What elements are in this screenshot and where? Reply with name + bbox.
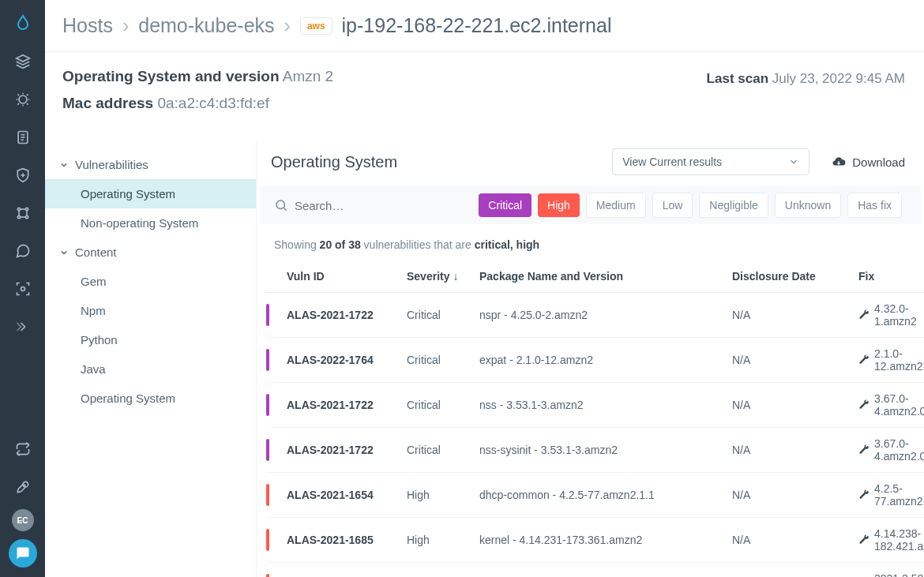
chat-button[interactable]: [9, 539, 37, 568]
chevron-down-icon: [788, 156, 799, 167]
col-vuln-id[interactable]: Vuln ID: [280, 270, 399, 283]
chevron-down-icon: [59, 248, 69, 257]
filter-chip-hasfix[interactable]: Has fix: [847, 193, 902, 218]
wrench-icon: [858, 309, 870, 320]
svg-point-11: [25, 215, 28, 218]
col-fix[interactable]: Fix: [858, 270, 924, 283]
main-area: Hosts › demo-kube-eks › aws ip-192-168-2…: [45, 0, 924, 577]
vuln-table: Vuln ID Severity ↓ Package Name and Vers…: [257, 259, 924, 577]
svg-point-10: [17, 215, 20, 218]
cell-severity: Critical: [407, 444, 471, 456]
col-severity[interactable]: Severity ↓: [407, 270, 471, 283]
table-row[interactable]: ALAS-2021-1654Highdhcp-common - 4.2.5-77…: [266, 473, 924, 518]
severity-indicator: [266, 529, 269, 551]
cell-disclosure: N/A: [732, 444, 851, 456]
nav-rail: EC: [0, 0, 45, 577]
cell-severity: Critical: [407, 309, 471, 321]
cell-severity: High: [407, 534, 471, 546]
sidebar: Vulnerabilities Operating System Non-ope…: [45, 142, 257, 577]
search-input-container: [271, 193, 472, 218]
svg-point-8: [17, 208, 20, 210]
table-header: Vuln ID Severity ↓ Package Name and Vers…: [266, 259, 924, 293]
filter-chip-unknown[interactable]: Unknown: [775, 193, 841, 218]
svg-point-9: [25, 208, 28, 210]
col-disclosure[interactable]: Disclosure Date: [732, 270, 851, 283]
cell-vuln-id: ALAS-2022-1764: [280, 354, 399, 366]
search-input[interactable]: [295, 199, 469, 212]
cell-vuln-id: ALAS-2021-1722: [280, 309, 399, 321]
results-summary: Showing 20 of 38 vulnerabilities that ar…: [257, 224, 924, 259]
table-row[interactable]: ALAS-2021-1722Criticalnss - 3.53.1-3.amz…: [266, 383, 924, 428]
table-row[interactable]: ALAS-2021-1722Criticalnss-sysinit - 3.53…: [266, 428, 924, 473]
table-row[interactable]: ALAS-2022-1764Criticalexpat - 2.1.0-12.a…: [266, 338, 924, 383]
layers-icon[interactable]: [7, 46, 39, 77]
sidebar-group-content[interactable]: Content: [45, 238, 256, 267]
severity-indicator: [266, 349, 269, 371]
severity-indicator: [266, 394, 269, 416]
mac-value: 0a:a2:c4:d3:fd:ef: [157, 95, 269, 111]
host-meta: Operating System and version Amzn 2 Mac …: [45, 52, 924, 128]
refresh-icon[interactable]: [7, 433, 39, 465]
cell-disclosure: N/A: [732, 534, 851, 546]
sidebar-group-vulnerabilities[interactable]: Vulnerabilities: [45, 150, 256, 179]
table-row[interactable]: ALAS-2021-1685Highkernel - 4.14.231-173.…: [266, 518, 924, 563]
chevron-down-icon: [59, 160, 69, 170]
cell-fix: 4.32.0-1.amzn2: [858, 302, 924, 328]
table-row[interactable]: ALAS-2021-1710Highca-certificates - 2020…: [266, 563, 924, 577]
shield-icon[interactable]: [7, 159, 39, 191]
sidebar-item-content-os[interactable]: Operating System: [45, 384, 256, 413]
cell-package: expat - 2.1.0-12.amzn2: [479, 354, 724, 366]
severity-indicator: [266, 304, 269, 326]
sidebar-item-operating-system[interactable]: Operating System: [45, 179, 256, 208]
cell-vuln-id: ALAS-2021-1722: [280, 444, 399, 456]
svg-point-18: [276, 200, 284, 208]
table-row[interactable]: ALAS-2021-1722Criticalnspr - 4.25.0-2.am…: [266, 293, 924, 338]
document-icon[interactable]: [7, 122, 39, 153]
sidebar-item-npm[interactable]: Npm: [45, 296, 256, 325]
scan-icon[interactable]: [7, 273, 39, 305]
severity-indicator: [266, 484, 269, 506]
filter-chip-critical[interactable]: Critical: [479, 193, 531, 217]
network-icon[interactable]: [7, 197, 39, 229]
cell-disclosure: N/A: [732, 309, 851, 321]
sidebar-item-non-operating-system[interactable]: Non-operating System: [45, 208, 256, 238]
cell-severity: Critical: [407, 354, 471, 366]
svg-line-19: [284, 208, 286, 210]
rocket-icon[interactable]: [7, 471, 39, 503]
severity-indicator: [266, 439, 269, 461]
message-icon[interactable]: [7, 235, 39, 267]
expand-icon[interactable]: [7, 311, 39, 343]
cell-fix: 4.2.5-77.amzn2.1.3: [858, 482, 924, 508]
cell-severity: High: [407, 489, 471, 501]
breadcrumb-level1[interactable]: demo-kube-eks: [138, 14, 274, 37]
breadcrumb-current: ip-192-168-22-221.ec2.internal: [342, 14, 612, 37]
filter-bar: Critical High Medium Low Negligible Unkn…: [260, 186, 921, 224]
aws-provider-badge: aws: [300, 17, 332, 35]
cell-fix: 4.14.238-182.421.amzn2: [858, 527, 924, 553]
filter-chip-medium[interactable]: Medium: [586, 193, 646, 218]
bug-icon[interactable]: [7, 84, 39, 115]
sidebar-item-gem[interactable]: Gem: [45, 267, 256, 296]
severity-indicator: [266, 574, 269, 577]
filter-chip-negligible[interactable]: Negligible: [699, 193, 768, 218]
filter-chip-high[interactable]: High: [538, 193, 580, 217]
cell-package: kernel - 4.14.231-173.361.amzn2: [479, 534, 724, 546]
filter-chip-low[interactable]: Low: [652, 193, 693, 218]
cell-package: nspr - 4.25.0-2.amzn2: [479, 309, 724, 321]
wrench-icon: [858, 534, 870, 545]
logo-icon[interactable]: [7, 8, 39, 39]
cell-fix: 2.1.0-12.amzn2.0.3: [858, 347, 924, 373]
content-title: Operating System: [271, 153, 397, 171]
sidebar-item-java[interactable]: Java: [45, 354, 256, 384]
svg-marker-0: [16, 55, 29, 62]
user-avatar-badge[interactable]: EC: [12, 509, 34, 531]
view-results-select[interactable]: View Current results: [612, 148, 809, 175]
col-package[interactable]: Package Name and Version: [479, 270, 724, 283]
cell-disclosure: N/A: [732, 399, 851, 411]
download-button[interactable]: Download: [832, 155, 905, 169]
breadcrumb-root[interactable]: Hosts: [62, 14, 113, 37]
sidebar-item-python[interactable]: Python: [45, 325, 256, 354]
svg-point-16: [21, 287, 24, 291]
content-panel: Operating System View Current results Do…: [257, 142, 924, 577]
wrench-icon: [858, 354, 870, 365]
